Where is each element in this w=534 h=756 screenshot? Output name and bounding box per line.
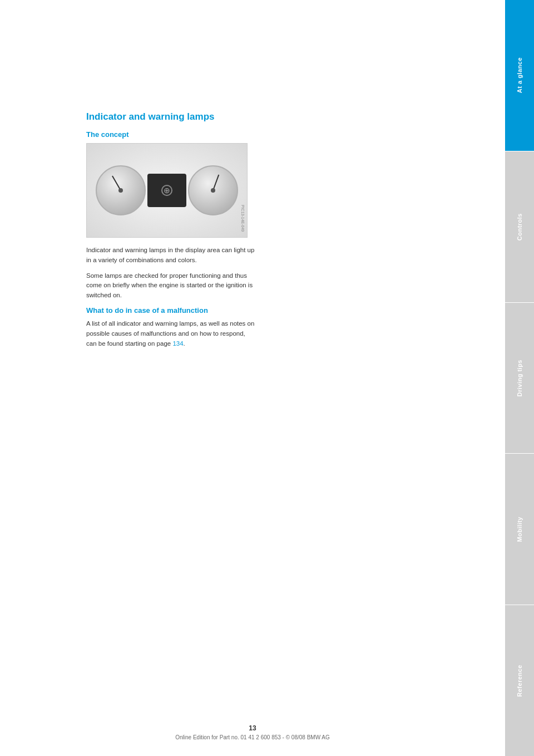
image-caption: PIC13-14E-049 bbox=[241, 205, 245, 232]
sidebar-section-driving-tips[interactable]: Driving tips bbox=[505, 303, 534, 454]
paragraph-3-text-before: A list of all indicator and warning lamp… bbox=[86, 320, 254, 347]
gauges-container bbox=[87, 144, 247, 237]
speedometer-gauge bbox=[96, 165, 146, 215]
page-134-link[interactable]: 134 bbox=[172, 340, 183, 347]
subsection-concept: The concept bbox=[86, 130, 472, 139]
sidebar: At a glance Controls Driving tips Mobili… bbox=[505, 0, 534, 756]
display-icon bbox=[161, 185, 172, 196]
main-content: Indicator and warning lamps The concept bbox=[0, 0, 505, 756]
speedometer-center bbox=[118, 188, 123, 193]
sidebar-label-mobility: Mobility bbox=[516, 517, 523, 542]
sidebar-label-driving-tips: Driving tips bbox=[516, 360, 523, 397]
paragraph-3: A list of all indicator and warning lamp… bbox=[86, 319, 256, 348]
subsection-malfunction: What to do in case of a malfunction bbox=[86, 306, 472, 315]
instrument-cluster-image: PIC13-14E-049 bbox=[86, 143, 248, 238]
sidebar-section-mobility[interactable]: Mobility bbox=[505, 454, 534, 605]
sidebar-label-at-a-glance: At a glance bbox=[516, 57, 523, 93]
paragraph-1: Indicator and warning lamps in the displ… bbox=[86, 246, 256, 266]
center-display bbox=[147, 174, 186, 207]
tachometer-gauge bbox=[188, 165, 238, 215]
tachometer-center bbox=[211, 188, 215, 193]
sidebar-section-at-a-glance[interactable]: At a glance bbox=[505, 0, 534, 151]
sidebar-label-controls: Controls bbox=[516, 213, 523, 240]
sidebar-label-reference: Reference bbox=[516, 665, 523, 697]
page-number: 13 bbox=[249, 724, 256, 732]
page-container: Indicator and warning lamps The concept bbox=[0, 0, 534, 756]
section-title: Indicator and warning lamps bbox=[86, 111, 472, 122]
paragraph-3-text-after: . bbox=[184, 340, 185, 347]
page-footer: 13 Online Edition for Part no. 01 41 2 6… bbox=[0, 724, 505, 740]
paragraph-2: Some lamps are checked for proper functi… bbox=[86, 271, 256, 301]
sidebar-section-controls[interactable]: Controls bbox=[505, 151, 534, 302]
footer-text: Online Edition for Part no. 01 41 2 600 … bbox=[175, 734, 330, 740]
instrument-inner: PIC13-14E-049 bbox=[87, 144, 247, 237]
sidebar-section-reference[interactable]: Reference bbox=[505, 605, 534, 756]
